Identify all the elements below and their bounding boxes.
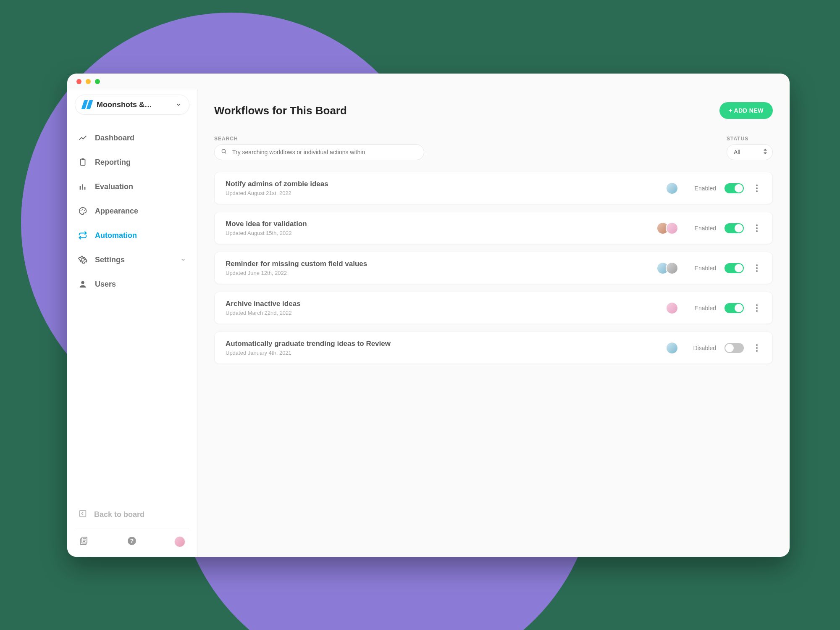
workflow-updated: Updated August 21st, 2022 bbox=[226, 190, 657, 196]
svg-rect-0 bbox=[81, 159, 85, 166]
help-icon[interactable]: ? bbox=[127, 536, 137, 548]
workflow-more-menu[interactable] bbox=[752, 223, 761, 234]
workflow-status-label: Enabled bbox=[687, 225, 716, 232]
svg-point-6 bbox=[82, 209, 83, 210]
sidebar-item-label: Evaluation bbox=[95, 182, 186, 191]
workflow-status-label: Enabled bbox=[687, 305, 716, 311]
sidebar-item-reporting[interactable]: Reporting bbox=[75, 152, 189, 173]
workflow-updated: Updated March 22nd, 2022 bbox=[226, 310, 657, 316]
window-titlebar bbox=[67, 74, 790, 90]
svg-rect-3 bbox=[82, 185, 83, 190]
workflow-row[interactable]: Notify admins of zombie ideasUpdated Aug… bbox=[214, 172, 773, 204]
search-label: SEARCH bbox=[214, 136, 424, 142]
sync-icon bbox=[78, 231, 87, 240]
bars-icon bbox=[78, 182, 87, 191]
workflow-avatars bbox=[656, 262, 678, 274]
workflow-title: Archive inactive ideas bbox=[226, 300, 657, 308]
sidebar-bottom: ? bbox=[75, 528, 189, 557]
sidebar-item-label: Dashboard bbox=[95, 134, 186, 142]
search-input[interactable] bbox=[214, 144, 424, 160]
svg-point-5 bbox=[81, 210, 81, 211]
select-arrows-icon bbox=[763, 149, 767, 156]
current-user-avatar[interactable] bbox=[174, 536, 185, 547]
workflow-enable-toggle[interactable] bbox=[724, 223, 744, 233]
svg-point-16 bbox=[222, 149, 225, 153]
workflow-row[interactable]: Archive inactive ideasUpdated March 22nd… bbox=[214, 292, 773, 324]
avatar bbox=[666, 342, 678, 354]
page-title: Workflows for This Board bbox=[214, 104, 347, 117]
back-icon bbox=[78, 509, 87, 520]
workflow-enable-toggle[interactable] bbox=[724, 343, 744, 353]
workflow-row[interactable]: Reminder for missing custom field values… bbox=[214, 252, 773, 284]
sidebar-item-users[interactable]: Users bbox=[75, 274, 189, 295]
chart-line-icon bbox=[78, 133, 87, 142]
svg-rect-1 bbox=[81, 158, 84, 160]
workflow-avatars bbox=[666, 302, 678, 314]
workflow-avatars bbox=[666, 342, 678, 354]
sidebar-nav: Dashboard Reporting Evaluation bbox=[75, 127, 189, 295]
board-selector[interactable]: Moonshots &… bbox=[75, 95, 189, 115]
workflow-status-label: Enabled bbox=[687, 265, 716, 272]
workflow-title: Automatically graduate trending ideas to… bbox=[226, 340, 657, 348]
sidebar-item-appearance[interactable]: Appearance bbox=[75, 200, 189, 221]
sidebar-item-settings[interactable]: Settings bbox=[75, 249, 189, 270]
workflow-row[interactable]: Move idea for validationUpdated August 1… bbox=[214, 212, 773, 244]
workflow-more-menu[interactable] bbox=[752, 303, 761, 314]
svg-text:?: ? bbox=[130, 538, 134, 544]
svg-rect-9 bbox=[80, 511, 86, 517]
avatar bbox=[666, 182, 678, 195]
sidebar-item-label: Users bbox=[95, 280, 186, 289]
svg-line-17 bbox=[225, 153, 226, 154]
gear-icon bbox=[78, 255, 87, 264]
palette-icon bbox=[78, 206, 87, 216]
svg-marker-19 bbox=[764, 153, 767, 155]
main-content: Workflows for This Board + ADD NEW SEARC… bbox=[197, 90, 790, 557]
add-new-button[interactable]: + ADD NEW bbox=[719, 102, 773, 119]
avatar bbox=[666, 222, 678, 235]
svg-point-7 bbox=[84, 210, 85, 211]
chevron-down-icon bbox=[180, 257, 186, 263]
workflow-updated: Updated August 15th, 2022 bbox=[226, 230, 648, 236]
workflow-enable-toggle[interactable] bbox=[724, 303, 744, 313]
workflow-title: Reminder for missing custom field values bbox=[226, 260, 648, 268]
workflow-title: Move idea for validation bbox=[226, 220, 648, 228]
sidebar-item-label: Automation bbox=[95, 231, 186, 240]
back-to-board-button[interactable]: Back to board bbox=[75, 503, 189, 528]
window-maximize-button[interactable] bbox=[95, 79, 100, 84]
sidebar: Moonshots &… Dashboard Reporting bbox=[67, 90, 197, 557]
back-label: Back to board bbox=[94, 510, 144, 519]
workflow-status-label: Disabled bbox=[687, 345, 716, 351]
svg-marker-18 bbox=[764, 149, 767, 151]
window-minimize-button[interactable] bbox=[86, 79, 91, 84]
sidebar-item-label: Appearance bbox=[95, 207, 186, 216]
sidebar-item-dashboard[interactable]: Dashboard bbox=[75, 127, 189, 148]
workflow-row[interactable]: Automatically graduate trending ideas to… bbox=[214, 332, 773, 364]
docs-icon[interactable] bbox=[79, 536, 89, 548]
avatar bbox=[666, 302, 678, 314]
workflow-avatars bbox=[656, 222, 678, 235]
status-filter-select[interactable]: All bbox=[727, 144, 773, 160]
sidebar-item-label: Settings bbox=[95, 256, 173, 264]
status-filter-value: All bbox=[734, 149, 740, 156]
chevron-down-icon bbox=[176, 102, 181, 108]
workflow-more-menu[interactable] bbox=[752, 343, 761, 353]
svg-rect-2 bbox=[80, 186, 81, 190]
window-close-button[interactable] bbox=[76, 79, 81, 84]
sidebar-item-label: Reporting bbox=[95, 158, 186, 167]
workflow-more-menu[interactable] bbox=[752, 183, 761, 194]
svg-point-8 bbox=[81, 281, 84, 284]
workflow-status-label: Enabled bbox=[687, 185, 716, 192]
workflow-avatars bbox=[666, 182, 678, 195]
workflow-enable-toggle[interactable] bbox=[724, 183, 744, 193]
workflow-enable-toggle[interactable] bbox=[724, 263, 744, 273]
sidebar-item-automation[interactable]: Automation bbox=[75, 225, 189, 246]
sidebar-item-evaluation[interactable]: Evaluation bbox=[75, 176, 189, 197]
workflow-title: Notify admins of zombie ideas bbox=[226, 180, 657, 188]
workflow-list: Notify admins of zombie ideasUpdated Aug… bbox=[214, 172, 773, 364]
clipboard-icon bbox=[78, 158, 87, 167]
status-filter-label: STATUS bbox=[727, 136, 773, 142]
workflow-updated: Updated June 12th, 2022 bbox=[226, 270, 648, 276]
avatar bbox=[666, 262, 678, 274]
search-icon bbox=[221, 148, 227, 156]
workflow-more-menu[interactable] bbox=[752, 263, 761, 274]
